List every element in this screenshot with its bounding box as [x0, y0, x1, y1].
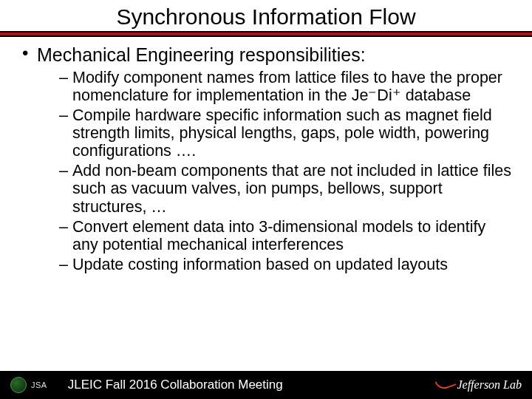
jsa-logo-text: JSA [31, 381, 47, 389]
bullet-level1-text: Mechanical Engineering responsibilities: [37, 44, 366, 65]
list-item-text: Add non-beam components that are not inc… [72, 162, 511, 215]
footer-left-logos: JSA [10, 377, 47, 393]
title-underline [0, 31, 532, 37]
slide-footer: JSA JLEIC Fall 2016 Collaboration Meetin… [0, 371, 532, 399]
slide-title: Synchronous Information Flow [0, 4, 532, 30]
slide-body: Mechanical Engineering responsibilities:… [0, 44, 532, 273]
list-item-text: Compile hardware specific information su… [72, 106, 492, 160]
list-item-text: Modify component names from lattice file… [72, 69, 502, 104]
jlab-logo-text: Jefferson Lab [457, 378, 522, 392]
list-item: Add non-beam components that are not inc… [59, 162, 514, 215]
bullet-level2-list: Modify component names from lattice file… [21, 69, 514, 273]
list-item: Compile hardware specific information su… [59, 106, 514, 160]
jlab-swoosh-icon [434, 377, 454, 393]
footer-meeting-text: JLEIC Fall 2016 Collaboration Meeting [68, 378, 283, 392]
list-item: Update costing information based on upda… [59, 256, 514, 273]
list-item-text: Update costing information based on upda… [72, 256, 448, 273]
bullet-level1: Mechanical Engineering responsibilities: [21, 44, 514, 66]
list-item-text: Convert element data into 3-dimensional … [72, 218, 485, 253]
doe-seal-icon [10, 377, 27, 393]
list-item: Convert element data into 3-dimensional … [59, 218, 514, 253]
slide-title-area: Synchronous Information Flow [0, 0, 532, 31]
list-item: Modify component names from lattice file… [59, 69, 514, 104]
jlab-logo: Jefferson Lab [434, 377, 522, 393]
